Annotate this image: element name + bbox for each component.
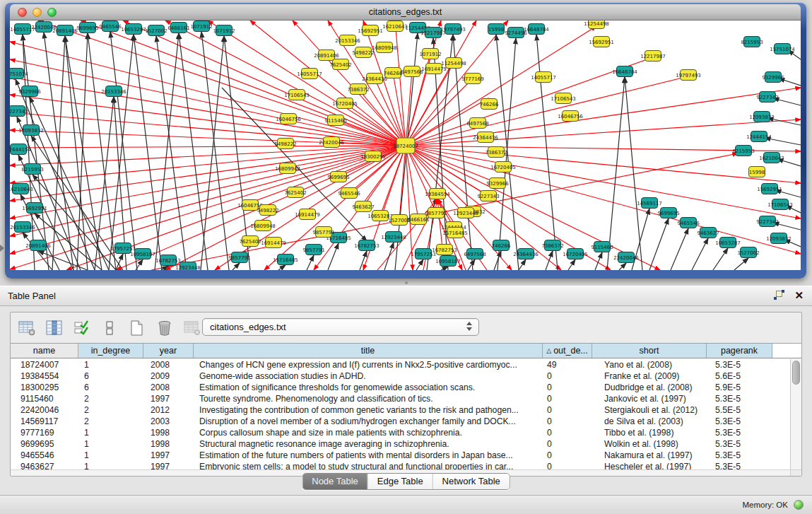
table-cell[interactable]: Embryonic stem cells: a model to study s… (194, 461, 543, 469)
graph-node[interactable]: 10958107 (435, 256, 461, 267)
graph-node[interactable]: 9227343 (756, 92, 778, 103)
graph-node[interactable]: 15998 (749, 167, 765, 177)
table-row[interactable]: 1456911722003Disruption of a novel membe… (11, 416, 790, 427)
graph-node[interactable]: 16210643 (382, 21, 408, 32)
graph-node[interactable]: 6497568 (466, 118, 488, 129)
graph-node[interactable]: 9329966 (18, 86, 41, 97)
graph-node[interactable]: 1071912 (190, 21, 212, 32)
graph-edge[interactable] (536, 35, 558, 270)
table-cell[interactable]: 5.3E-5 (707, 438, 772, 450)
graph-node[interactable]: 5498222 (274, 139, 296, 149)
graph-node[interactable]: 9329966 (486, 178, 509, 189)
graph-node[interactable]: 7625402 (284, 187, 306, 198)
graph-node[interactable]: 16210643 (10, 184, 33, 194)
graph-node[interactable]: 16809948 (372, 42, 397, 53)
float-panel-icon[interactable] (774, 290, 784, 300)
graph-node[interactable]: 746266 (480, 99, 499, 110)
table-cell[interactable]: 2008 (143, 359, 194, 370)
graph-node[interactable]: 17106543 (767, 199, 793, 210)
graph-node[interactable]: 9115460 (591, 242, 613, 252)
graph-node[interactable]: 9227343 (10, 106, 28, 117)
select-all-rows-icon[interactable] (73, 319, 91, 337)
graph-edge[interactable] (95, 97, 114, 270)
graph-node[interactable]: 8215953 (732, 146, 754, 156)
graph-edge[interactable] (649, 218, 669, 270)
memory-ok-indicator[interactable] (794, 500, 804, 510)
graph-edge[interactable] (10, 146, 406, 148)
graph-edge[interactable] (519, 259, 526, 270)
graph-edge[interactable] (77, 33, 88, 270)
table-cell[interactable]: 5.3E-5 (707, 359, 772, 370)
graph-node[interactable]: 15998 (488, 24, 505, 35)
graph-node[interactable]: 16648784 (612, 66, 637, 77)
graph-node[interactable]: 17106543 (284, 90, 310, 100)
table-cell[interactable]: 5.3E-5 (707, 393, 772, 404)
graph-edge[interactable] (619, 263, 626, 270)
table-row[interactable]: 977716911998Corpus callosum shape and si… (11, 427, 790, 438)
table-cell[interactable]: 2003 (143, 416, 194, 427)
graph-node[interactable]: 14055717 (531, 72, 556, 83)
table-cell[interactable]: Nakamura et al. (1997) (592, 450, 707, 461)
table-row[interactable]: 2242004622012Investigating the contribut… (11, 404, 790, 416)
graph-edge[interactable] (38, 251, 88, 270)
column-header-pagerank[interactable]: pagerank (707, 344, 772, 358)
graph-edge[interactable] (406, 146, 498, 183)
table-cell[interactable]: 2 (78, 393, 143, 404)
graph-node[interactable]: 16914479 (261, 238, 286, 248)
graph-edge[interactable] (384, 243, 394, 270)
table-cell[interactable]: 2 (78, 416, 143, 427)
graph-node[interactable]: 7386372 (347, 84, 369, 95)
table-row[interactable]: 1830029562008Estimation of significance … (11, 382, 790, 393)
graph-edge[interactable] (10, 146, 406, 165)
table-cell[interactable]: 0 (543, 427, 592, 438)
graph-node[interactable]: 9463627 (697, 228, 719, 238)
table-cell[interactable]: 5.9E-5 (707, 382, 772, 393)
table-cell[interactable]: Structural magnetic resonance image aver… (194, 438, 543, 450)
table-cell[interactable]: 9115460 (11, 393, 78, 404)
graph-node[interactable]: 1527002 (737, 247, 759, 258)
table-row[interactable]: 946554611997Estimation of the future num… (11, 450, 790, 461)
graph-node[interactable]: 7386372 (541, 240, 563, 251)
graph-edge[interactable] (546, 251, 553, 270)
graph-node[interactable]: 9463627 (352, 201, 374, 212)
graph-edge[interactable] (52, 36, 65, 270)
panel-divider-handle[interactable] (0, 279, 812, 286)
graph-node[interactable]: 9699695 (327, 172, 349, 182)
graph-edge[interactable] (65, 36, 88, 270)
table-cell[interactable]: 1997 (143, 393, 194, 404)
close-panel-icon[interactable]: ✕ (794, 290, 804, 300)
table-cell[interactable]: 2 (78, 404, 143, 416)
table-cell[interactable]: 0 (543, 404, 592, 416)
table-cell[interactable]: Wolkin et al. (1998) (592, 438, 707, 450)
table-cell[interactable]: 2008 (143, 382, 194, 393)
graph-node[interactable]: 16046756 (276, 114, 301, 124)
table-cell[interactable]: 22420046 (11, 404, 78, 416)
graph-node[interactable]: 7625402 (329, 59, 351, 70)
graph-node[interactable]: 16809948 (250, 221, 276, 231)
graph-node[interactable]: 5498222 (352, 47, 374, 58)
graph-node[interactable]: 16720405 (563, 249, 588, 259)
graph-node[interactable]: 16648784 (524, 24, 549, 35)
graph-edge[interactable] (155, 33, 179, 270)
graph-node[interactable]: 6466161 (167, 23, 189, 33)
graph-node[interactable]: 7625402 (239, 236, 261, 247)
graph-node[interactable]: 15716485 (273, 255, 298, 265)
tab-node-table[interactable]: Node Table (302, 474, 368, 489)
graph-node[interactable]: 16720405 (490, 162, 516, 173)
network-canvas[interactable]: 1405571722420046208914069699695946554610… (10, 21, 801, 270)
graph-node[interactable]: 15692951 (358, 25, 383, 36)
table-cell[interactable]: 1997 (143, 450, 194, 461)
table-cell[interactable]: Investigating the contribution of common… (194, 404, 543, 416)
delete-table-icon[interactable] (183, 319, 201, 337)
graph-edge[interactable] (406, 119, 801, 146)
column-header-title[interactable]: title (194, 344, 543, 358)
graph-edge[interactable] (406, 76, 688, 146)
table-cell[interactable]: 6 (78, 382, 143, 393)
graph-node[interactable]: 16720405 (332, 98, 358, 109)
column-header-in_degree[interactable]: in_degree (78, 344, 143, 358)
graph-node[interactable]: 18300295 (360, 151, 386, 162)
minimize-window-button[interactable] (33, 8, 42, 17)
table-cell[interactable]: 1 (78, 359, 143, 370)
table-cell[interactable]: 1997 (143, 461, 194, 469)
graph-node[interactable]: 1071912 (419, 49, 441, 59)
